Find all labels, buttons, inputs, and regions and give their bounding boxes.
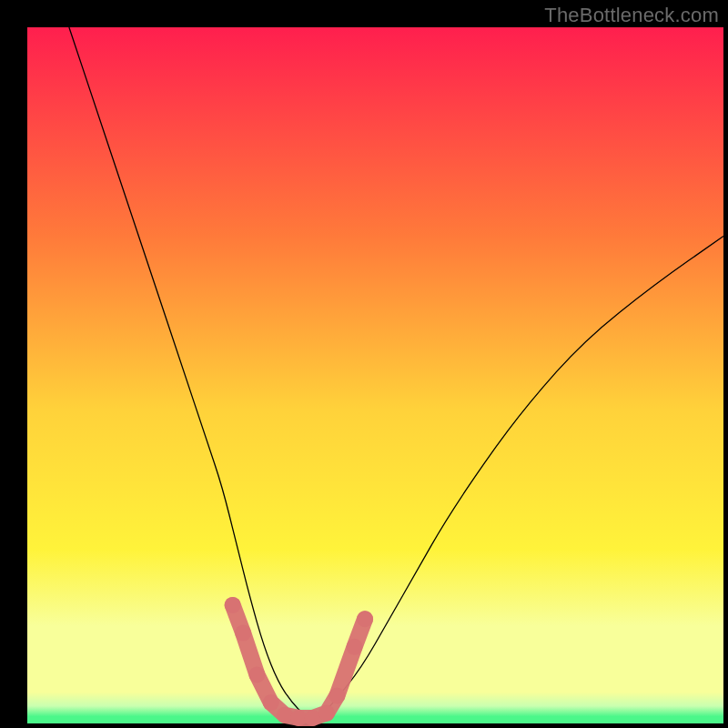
highlight-dot: [347, 639, 363, 655]
chart-svg: [0, 0, 728, 728]
highlight-dot: [329, 687, 345, 703]
chart-frame: TheBottleneck.com: [0, 0, 728, 728]
highlight-dot: [318, 705, 335, 722]
plot-background: [27, 27, 723, 723]
highlight-dot: [248, 666, 265, 682]
highlight-dot: [357, 611, 373, 627]
watermark-text: TheBottleneck.com: [544, 4, 719, 27]
highlight-dot: [305, 710, 321, 726]
highlight-dot: [235, 625, 251, 642]
highlight-dot: [225, 597, 241, 613]
highlight-dot: [263, 694, 279, 711]
highlight-dot: [277, 707, 293, 723]
